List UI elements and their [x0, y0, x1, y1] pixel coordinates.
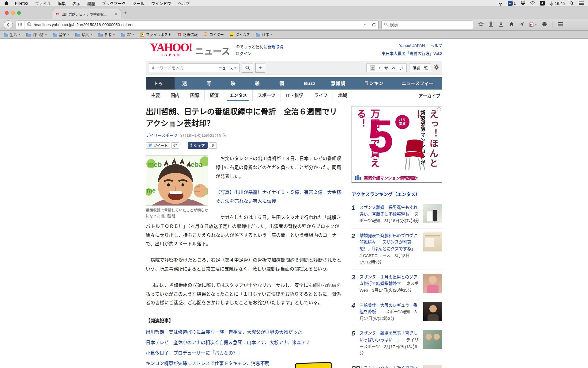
menubar-window[interactable]: ウインドウ	[151, 0, 171, 6]
pr-ad-item[interactable]: PR トヨタレンタカー｜近くで見つかる、全国約1,200店舗。駅や空港からの乗り…	[352, 361, 442, 368]
campaign-link[interactable]: 東日本大震災「寄付の行方」Vol.2	[382, 51, 442, 56]
article-source-link[interactable]: デイリースポーツ	[146, 133, 177, 138]
user-page-button[interactable]: ユーザーページ	[366, 63, 407, 72]
help-link[interactable]: ヘルプ	[430, 43, 442, 48]
category-it-science[interactable]: IT・科学	[281, 90, 308, 101]
reload-button[interactable]	[369, 21, 378, 29]
site-identity-icon[interactable]	[16, 21, 24, 29]
category-life[interactable]: ライフ	[309, 90, 333, 101]
bookmark-star-icon[interactable]	[478, 21, 484, 28]
home-icon[interactable]	[509, 22, 514, 28]
creative-cloud-icon[interactable]: ∞1	[508, 1, 516, 6]
spotlight-icon[interactable]	[570, 1, 574, 6]
messenger-icon[interactable]	[542, 22, 547, 28]
nav-tab-magazine[interactable]: 雑誌	[247, 77, 272, 90]
category-world[interactable]: 国際	[185, 90, 204, 101]
news-service-logo[interactable]: ニュース	[195, 44, 230, 57]
bookmark-folder-photo[interactable]: 写真	[75, 32, 92, 37]
ranking-item-3[interactable]: 3 スザンヌ １月の長男とのグアム旅行で結婚指輪外す 東スポWeb 3月17日(…	[352, 270, 442, 298]
category-economy[interactable]: 経済	[204, 90, 224, 101]
share-icon[interactable]	[519, 22, 524, 28]
wifi-icon[interactable]	[530, 1, 535, 5]
nav-tab-photo[interactable]: 写真	[199, 77, 223, 90]
nav-tab-buzz[interactable]: Buzz	[296, 77, 323, 90]
facebook-share-button[interactable]: f シェア	[188, 142, 208, 149]
pdf-tool-icon[interactable]: P	[529, 22, 537, 27]
ranking-link[interactable]: 離婚発表で斉藤和巳のブログに非難続々 「スザンヌが可哀想！」「ほんとにクズですね…	[360, 233, 419, 251]
bookmark-reuters[interactable]: ロイター	[203, 32, 224, 37]
login-link[interactable]: ログイン	[236, 51, 251, 56]
apple-menu-icon[interactable]	[4, 1, 8, 6]
bookmark-folder-shopping[interactable]: 買い物	[26, 32, 47, 37]
menubar-help[interactable]: ヘルプ	[178, 0, 190, 6]
dropbox-icon[interactable]	[521, 1, 525, 6]
url-bar[interactable]: headlines.yahoo.co.jp/hl?a=20150318-0000…	[16, 21, 379, 29]
ranking-item-4[interactable]: 4 三船美佳、大阪のレギュラー番組を降板 スポーツ報知 3月17日(火)22時2…	[352, 298, 442, 326]
bookmark-filepost[interactable]: Fファイルポスト	[140, 32, 172, 37]
minimize-window-button[interactable]	[11, 11, 15, 15]
close-window-button[interactable]	[5, 11, 9, 15]
bookmark-folder-life[interactable]: 生活	[4, 32, 21, 37]
pr-link[interactable]: トヨタレンタカー｜近くで見つかる、全国約1,200店舗。駅や空港からの乗り換えも…	[360, 366, 420, 368]
category-main[interactable]: 主要	[146, 90, 165, 101]
downloads-icon[interactable]	[499, 22, 503, 28]
bookmarks-sidebar-icon[interactable]	[489, 21, 493, 28]
tab-close-icon[interactable]: ✕	[115, 12, 118, 16]
subscriptions-button[interactable]: 購読一覧	[409, 63, 431, 72]
browser-tab[interactable]: Y! 出川哲朗、日テレの番組収... ✕	[52, 9, 121, 19]
add-tab-button[interactable]: +	[255, 63, 265, 73]
url-dropdown-icon[interactable]	[364, 24, 366, 25]
category-sports[interactable]: スポーツ	[252, 90, 281, 101]
archive-link[interactable]: アーカイブ	[417, 92, 442, 99]
category-domestic[interactable]: 国内	[165, 90, 185, 101]
yahoo-japan-logo[interactable]: YAHOO! JAPAN	[150, 42, 192, 57]
hamburger-menu-icon[interactable]	[558, 22, 563, 28]
menubar-file[interactable]: ファイル	[35, 0, 51, 6]
ranking-link[interactable]: スザンヌ離婚 長男誕生もすれ違い、斉藤氏に不倫報道も	[360, 205, 417, 217]
menubar-clock[interactable]: 水 16:45	[550, 0, 565, 6]
bookmark-folder-music[interactable]: 音楽	[53, 32, 70, 37]
keyword-input[interactable]	[152, 66, 214, 70]
bookmark-folder-work[interactable]: 仕事	[256, 32, 273, 37]
related-link-2[interactable]: 日本テレビ 産休中のアナの相次ぐ自殺＆急死…山本アナ、大杉アナ、米森アナ	[146, 339, 344, 345]
new-tab-button[interactable]: +	[124, 10, 127, 16]
input-source-icon[interactable]: A	[540, 1, 545, 6]
nav-tab-top[interactable]: トップ	[146, 77, 175, 90]
ranking-item-2[interactable]: 2 離婚発表で斉藤和巳のブログに非難続々 「スザンヌが可哀想！」「ほんとにクズで…	[352, 228, 442, 270]
settings-gear-icon[interactable]	[434, 64, 439, 71]
search-submit-button[interactable]	[242, 63, 253, 73]
nav-tab-flash[interactable]: 速報	[175, 77, 199, 90]
zoom-window-button[interactable]	[17, 11, 21, 15]
hotspot-icon[interactable]	[498, 1, 503, 6]
nav-tab-individual[interactable]: 個人	[272, 77, 296, 90]
search-scope-select[interactable]: ニュース	[216, 65, 237, 71]
browser-search-input[interactable]	[390, 22, 470, 27]
yahoo-japan-link[interactable]: Yahoo! JAPAN	[399, 43, 425, 48]
browser-search-field[interactable]	[381, 21, 473, 29]
category-entertainment[interactable]: エンタメ	[224, 90, 252, 101]
bookmark-times[interactable]: タイムズ	[230, 32, 250, 37]
nav-tab-video[interactable]: 映像	[223, 77, 247, 90]
back-button[interactable]	[4, 20, 13, 29]
menubar-edit[interactable]: 編集	[58, 0, 66, 6]
related-link-1[interactable]: 出川哲朗 実は修造ばりに華麗な一族！曾祖父、大叔父が財界の大物だった	[146, 328, 344, 335]
mansion-ad-banner[interactable]: i えっ！ほんとに？ 新築分譲マンションが 万円台で買える！ 5 月々 実質	[352, 106, 442, 183]
ranking-item-5[interactable]: 5 スザンヌ 離婚を発表「育児にいっぱいいっぱい…」 デイリースポーツ 3月17…	[352, 326, 442, 361]
menubar-firefox[interactable]: Firefox	[15, 1, 28, 6]
register-link[interactable]: 新規取得	[267, 44, 283, 49]
nav-tab-newsfeed[interactable]: ニュースフィード	[394, 77, 442, 90]
notification-center-icon[interactable]	[579, 1, 584, 5]
bookmark-folder-27[interactable]: 27	[121, 33, 134, 37]
article-photo[interactable]: meb eba me	[146, 155, 208, 206]
tweet-button[interactable]: ツイート	[146, 142, 170, 149]
bookmark-transit[interactable]: Y!路線情報	[177, 32, 198, 37]
related-link-3[interactable]: 小泉今日子、プロデューサーに「バカなの？」	[146, 349, 344, 356]
menubar-history[interactable]: 履歴	[87, 0, 95, 6]
category-local[interactable]: 地域	[333, 90, 352, 101]
keyword-search-box[interactable]: ニュース	[149, 63, 239, 72]
menubar-tools[interactable]: ツール	[132, 0, 144, 6]
nav-tab-poll[interactable]: 意識調査	[323, 77, 357, 90]
ranking-item-1[interactable]: 1 スザンヌ離婚 長男誕生もすれ違い、斉藤氏に不倫報道も スポーツ報知 3月18…	[352, 200, 442, 228]
bookmark-folder-reference[interactable]: 参考	[98, 32, 115, 37]
nav-tab-ranking[interactable]: ランキング	[356, 77, 394, 90]
